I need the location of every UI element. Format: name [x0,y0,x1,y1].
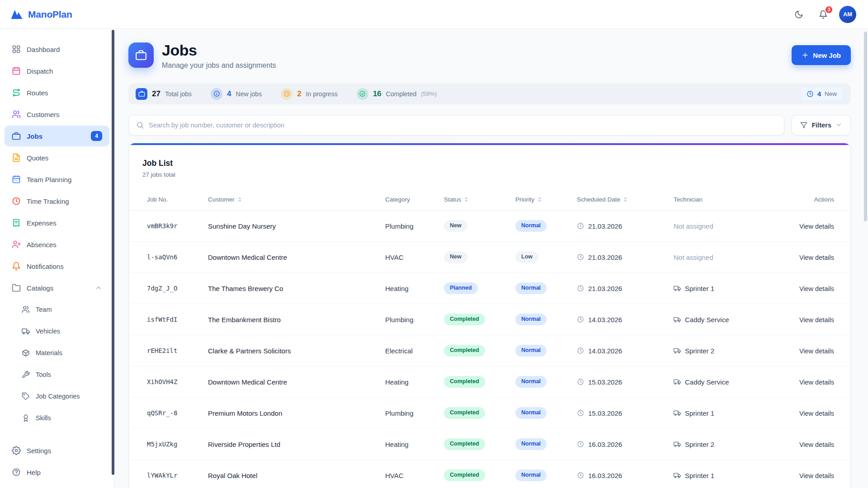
sidebar-item-time-tracking[interactable]: Time Tracking [5,191,109,211]
sidebar-item-jobs[interactable]: Jobs4 [5,126,109,146]
sidebar-item-customers[interactable]: Customers [5,104,109,125]
new-job-button[interactable]: New Job [792,45,851,65]
sidebar-item-team[interactable]: Team [5,299,109,320]
view-details-link[interactable]: View details [799,410,834,417]
quotes-icon [12,153,21,162]
view-details-link[interactable]: View details [799,316,834,324]
view-details-link[interactable]: View details [799,472,834,479]
job-row-vmBR3k9r: vmBR3k9rSunshine Day NurseryPlumbingNewN… [129,211,850,242]
priority-badge: Normal [515,314,547,325]
priority-badge: Normal [515,407,547,419]
filters-button-label: Filters [811,122,831,129]
column-header-status[interactable]: Status [444,189,515,211]
sidebar-item-catalogs[interactable]: Catalogs [5,277,109,298]
view-details-link[interactable]: View details [799,347,834,355]
sidebar-item-team-planning[interactable]: Team Planning [5,169,109,190]
chevrons-updown-icon [237,197,243,202]
chevron-up-icon [95,284,102,291]
filters-button[interactable]: Filters [792,115,851,136]
view-details-link[interactable]: View details [799,223,834,230]
sidebar-item-expenses[interactable]: Expenses [5,212,109,233]
technician-name: Not assigned [674,222,713,230]
status-badge: Completed [444,469,485,481]
sidebar-item-vehicles[interactable]: Vehicles [5,321,109,342]
notifications-button[interactable]: 3 [815,6,832,23]
scheduled-date: 21.03.2026 [588,253,622,261]
page-subtitle: Manage your jobs and assignments [162,61,276,70]
clock-icon [577,409,584,417]
sidebar-item-label: Materials [36,349,62,357]
stat-value: 16 [373,89,382,99]
sidebar-item-materials[interactable]: Materials [5,343,109,363]
job-number: XihOVH4Z [129,366,208,398]
job-number: l-saQVn6 [129,242,208,273]
column-header-scheduled-date[interactable]: Scheduled Date [577,189,674,211]
sidebar-item-label: Routes [27,89,48,97]
sidebar-item-label: Job Categories [36,393,80,400]
stat-suffix: (59%) [421,90,437,97]
job-category: Heating [385,429,444,460]
team-icon [22,305,30,314]
jobs-table: Job No.CustomerCategoryStatusPrioritySch… [129,189,850,488]
stat-label: Total jobs [165,90,192,98]
sidebar-item-label: Customers [27,111,60,118]
sidebar-item-quotes[interactable]: Quotes [5,147,109,168]
view-details-link[interactable]: View details [799,254,834,261]
sidebar-item-routes[interactable]: Routes [5,82,109,103]
priority-badge: Normal [515,376,547,388]
sidebar-item-label: Tools [36,371,51,378]
technician-name: Sprinter 1 [685,409,714,417]
stat-value: 4 [227,89,231,99]
sidebar-item-job-categories[interactable]: Job Categories [5,386,109,407]
column-header-job-no: Job No. [129,189,208,211]
technician-name: Sprinter 1 [685,285,714,292]
job-row-XihOVH4Z: XihOVH4ZDowntown Medical CentreHeatingCo… [129,366,850,398]
priority-badge: Normal [515,438,547,450]
tools-icon [22,371,30,379]
priority-badge: Normal [515,282,547,294]
view-details-link[interactable]: View details [799,441,834,448]
sidebar-item-dispatch[interactable]: Dispatch [5,61,109,81]
scheduled-date: 15.03.2026 [588,409,622,417]
sidebar-item-skills[interactable]: Skills [5,408,109,428]
sidebar-item-tools[interactable]: Tools [5,364,109,385]
dark-mode-toggle[interactable] [790,6,807,23]
sidebar-item-label: Settings [27,447,51,455]
page-scrollbar[interactable] [864,32,867,221]
customer-name: The Embankment Bistro [208,304,385,335]
sidebar-item-settings[interactable]: Settings [5,440,109,461]
new-job-button-label: New Job [813,52,841,59]
sidebar-item-notifications[interactable]: Notifications [5,256,109,277]
manoplan-logo-icon [10,8,24,21]
sidebar-item-absences[interactable]: Absences [5,234,109,255]
truck-icon [674,285,681,292]
column-header-priority[interactable]: Priority [515,189,577,211]
plus-icon [802,52,809,59]
sidebar-jobs-count-badge: 4 [91,131,102,141]
sidebar-scrollbar[interactable] [112,30,114,475]
truck-icon [674,378,681,385]
priority-badge: Low [515,251,538,263]
view-details-link[interactable]: View details [799,285,834,292]
clock-icon [577,472,584,479]
column-header-customer[interactable]: Customer [208,189,385,211]
clock-icon [577,378,584,385]
avatar[interactable]: AM [839,6,856,23]
job-list-count: 27 jobs total [142,171,837,178]
sidebar-item-label: Notifications [27,263,64,270]
sidebar: DashboardDispatchRoutesCustomersJobs4Quo… [0,29,114,488]
view-details-link[interactable]: View details [799,379,834,386]
jobs-briefcase-icon [12,131,21,141]
search-input[interactable] [149,122,777,129]
notifications-icon [12,262,21,271]
sidebar-nav: DashboardDispatchRoutesCustomersJobs4Quo… [0,39,114,429]
customer-name: The Thames Brewery Co [208,273,385,304]
scheduled-date: 14.03.2026 [588,347,622,355]
catalogs-icon [12,283,21,292]
sidebar-item-label: Dispatch [27,67,53,75]
sidebar-item-help[interactable]: Help [5,462,109,483]
topbar-actions: 3 AM [790,6,856,23]
customer-name: Royal Oak Hotel [208,460,385,488]
sidebar-item-label: Help [27,469,41,476]
sidebar-item-dashboard[interactable]: Dashboard [5,39,109,60]
